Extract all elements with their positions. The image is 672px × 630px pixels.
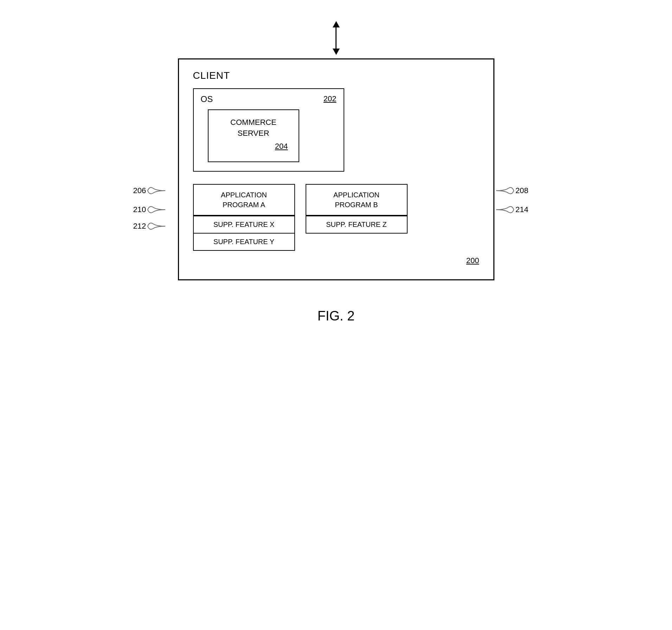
curly-208-icon xyxy=(494,185,516,196)
app-a-container: APPLICATION PROGRAM A SUPP. FEATURE X SU… xyxy=(193,184,295,251)
arrow-head-up-icon xyxy=(333,21,340,27)
os-ref-number: 202 xyxy=(324,94,337,103)
curly-214-icon xyxy=(494,204,516,215)
label-210: 210 xyxy=(133,205,146,214)
app-b-feature-z: SUPP. FEATURE Z xyxy=(306,216,407,233)
right-labels: 208 214 xyxy=(494,184,529,218)
label-214-row: 214 xyxy=(494,202,529,218)
label-208: 208 xyxy=(516,186,529,195)
curly-212-icon xyxy=(146,221,167,231)
arrow-shaft xyxy=(335,27,337,49)
main-ref-number: 200 xyxy=(193,256,479,265)
label-206: 206 xyxy=(133,186,146,195)
commerce-server-box: COMMERCE SERVER 204 xyxy=(208,109,299,162)
app-programs-row: APPLICATION PROGRAM A SUPP. FEATURE X SU… xyxy=(193,184,479,251)
app-a-line2: PROGRAM A xyxy=(223,201,265,209)
label-208-row: 208 xyxy=(494,184,529,197)
diagram-container: CLIENT OS 202 COMMERCE SERVER 204 xyxy=(0,0,672,630)
commerce-server-line1: COMMERCE xyxy=(230,118,276,127)
app-a-header: APPLICATION PROGRAM A xyxy=(194,185,294,216)
app-section: 206 210 212 xyxy=(193,184,479,265)
arrow-head-down-icon xyxy=(333,49,340,55)
curly-206-icon xyxy=(146,185,167,196)
app-b-box: APPLICATION PROGRAM B SUPP. FEATURE Z xyxy=(306,184,408,234)
app-a-box: APPLICATION PROGRAM A SUPP. FEATURE X SU… xyxy=(193,184,295,251)
label-206-row: 206 xyxy=(133,184,167,197)
commerce-server-ref: 204 xyxy=(219,142,288,151)
app-a-feature-x: SUPP. FEATURE X xyxy=(194,216,294,233)
label-212-row: 212 xyxy=(133,218,167,235)
label-214: 214 xyxy=(516,205,529,214)
curly-210-icon xyxy=(146,204,167,215)
commerce-server-line2: SERVER xyxy=(237,129,269,138)
app-a-feature-y: SUPP. FEATURE Y xyxy=(194,233,294,250)
app-b-line2: PROGRAM B xyxy=(335,201,378,209)
app-b-line1: APPLICATION xyxy=(333,191,379,199)
os-box: OS 202 COMMERCE SERVER 204 xyxy=(193,88,344,172)
label-210-row: 210 xyxy=(133,202,167,218)
left-labels: 206 210 212 xyxy=(133,184,167,235)
app-b-header: APPLICATION PROGRAM B xyxy=(306,185,407,216)
label-212: 212 xyxy=(133,222,146,231)
os-header: OS 202 xyxy=(201,94,337,104)
app-b-container: APPLICATION PROGRAM B SUPP. FEATURE Z xyxy=(306,184,408,251)
client-box: CLIENT OS 202 COMMERCE SERVER 204 xyxy=(178,58,494,280)
figure-caption: FIG. 2 xyxy=(318,308,355,324)
os-label: OS xyxy=(201,94,213,104)
commerce-server-text: COMMERCE SERVER xyxy=(219,117,288,139)
client-label: CLIENT xyxy=(193,70,479,81)
app-a-line1: APPLICATION xyxy=(221,191,267,199)
double-arrow xyxy=(333,21,340,55)
